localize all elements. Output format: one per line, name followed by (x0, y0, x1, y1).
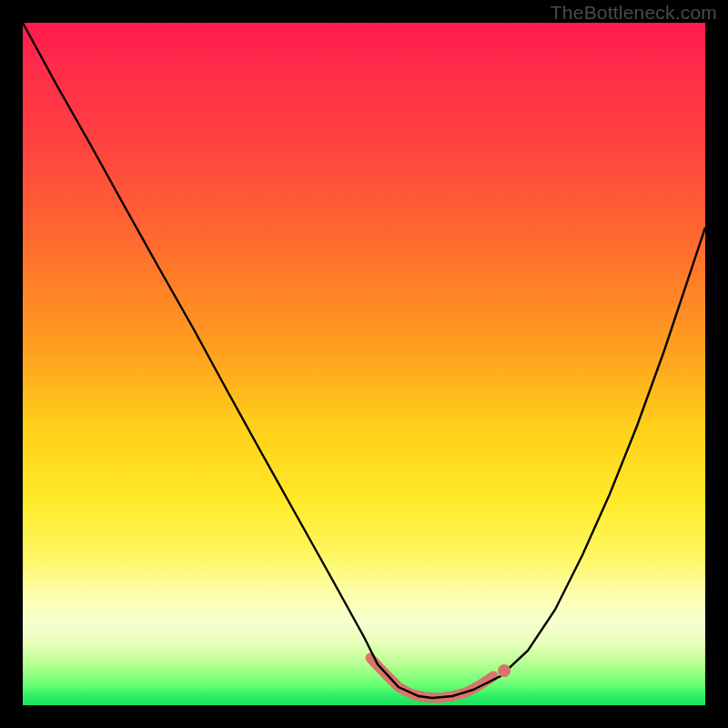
watermark-text: TheBottleneck.com (551, 2, 717, 24)
bottleneck-curve (23, 23, 705, 698)
highlight-dot (498, 664, 511, 677)
curve-svg (23, 23, 705, 705)
chart-frame: TheBottleneck.com (0, 0, 728, 728)
plot-area (23, 23, 705, 705)
